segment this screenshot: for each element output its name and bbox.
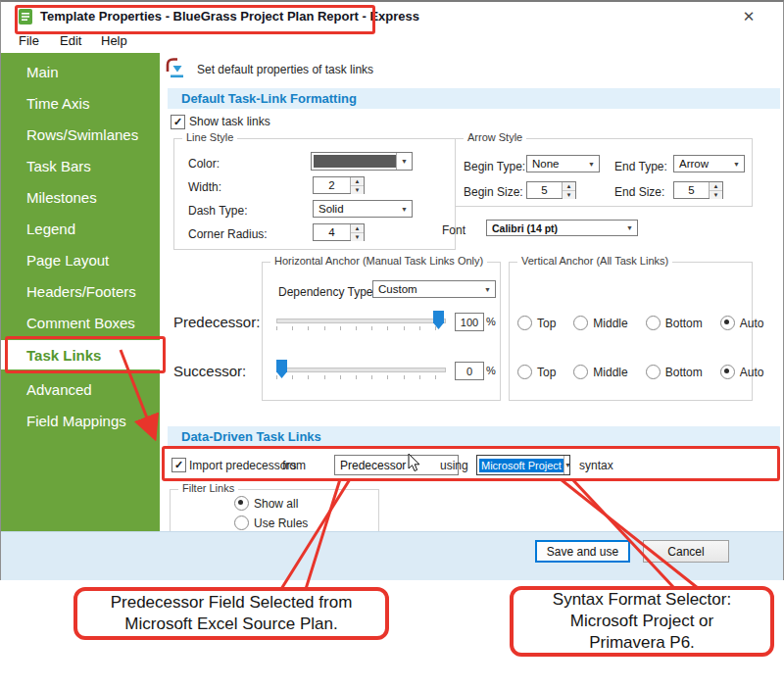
successor-row-label: Successor: (173, 363, 246, 379)
line-color-swatch (314, 155, 396, 168)
sidebar-item-rows-swimlanes[interactable]: Rows/Swimlanes (1, 120, 160, 149)
radio-icon[interactable] (234, 516, 249, 530)
predecessor-slider-track[interactable] (276, 319, 446, 323)
vertical-anchor-row-1: TopMiddleBottomAuto (517, 316, 781, 330)
content-pane: Set default properties of task links Def… (160, 53, 783, 531)
corner-radius-spinner[interactable]: 4 ▲▼ (313, 223, 365, 241)
menu-bar: File Edit Help (1, 30, 783, 53)
radio-option-bottom[interactable]: Bottom (646, 365, 703, 379)
end-type-label: End Type: (614, 160, 667, 173)
sidebar-item-main[interactable]: Main (1, 57, 160, 86)
radio-option-bottom[interactable]: Bottom (646, 316, 703, 330)
line-color-combo[interactable]: ▼ (311, 152, 413, 171)
end-type-combo[interactable]: Arrow ▼ (673, 155, 745, 172)
radio-label: Bottom (665, 317, 703, 330)
filter-links-group: Filter Links Show allUse Rules (170, 489, 379, 535)
successor-value[interactable]: 0 (455, 362, 484, 380)
radio-icon[interactable] (646, 365, 661, 379)
menu-edit[interactable]: Edit (60, 33, 81, 48)
dash-type-combo[interactable]: Solid ▼ (313, 200, 413, 218)
radio-icon[interactable] (646, 316, 661, 330)
chevron-down-icon: ▼ (397, 206, 412, 213)
radio-option-show-all[interactable]: Show all (234, 496, 308, 511)
predecessor-row-label: Predecessor: (173, 314, 260, 330)
dependency-type-combo[interactable]: Custom ▼ (372, 280, 496, 298)
end-size-label: End Size: (614, 185, 664, 199)
end-size-spinner[interactable]: 5 ▲▼ (673, 181, 723, 199)
begin-type-label: Begin Type: (464, 160, 525, 173)
radio-option-use-rules[interactable]: Use Rules (234, 516, 308, 530)
radio-icon[interactable] (573, 316, 588, 330)
sidebar-item-page-layout[interactable]: Page Layout (1, 245, 160, 274)
save-and-use-button[interactable]: Save and use (535, 540, 630, 563)
begin-type-combo[interactable]: None ▼ (526, 155, 600, 172)
sidebar-item-headers-footers[interactable]: Headers/Footers (1, 276, 160, 306)
radio-icon[interactable] (720, 365, 735, 379)
left-callout-line2: Microsoft Excel Source Plan. (124, 614, 337, 635)
radio-label: Middle (593, 366, 627, 379)
import-predecessors-checkbox[interactable]: ✓ (172, 458, 186, 472)
chevron-down-icon[interactable]: ▼ (564, 456, 571, 474)
font-combo[interactable]: Calibri (14 pt) ▼ (486, 220, 638, 236)
sidebar-item-legend[interactable]: Legend (1, 214, 160, 243)
title-bar: Template Properties - BlueGrass Project … (1, 2, 783, 30)
radio-option-top[interactable]: Top (517, 316, 556, 330)
successor-slider-track[interactable] (276, 368, 446, 372)
color-label: Color: (188, 157, 220, 171)
begin-size-spinner[interactable]: 5 ▲▼ (526, 181, 576, 199)
sidebar-item-field-mappings[interactable]: Field Mappings (1, 406, 160, 435)
line-style-group: Line Style Color: ▼ Width: 2 ▲▼ Dash Typ… (173, 138, 456, 250)
radio-label: Show all (254, 497, 298, 511)
radio-option-auto[interactable]: Auto (720, 365, 764, 379)
syntax-format-combo[interactable]: Microsoft Project ▼ (476, 455, 570, 475)
predecessor-unit: % (486, 316, 496, 327)
predecessor-slider-ticks (276, 326, 446, 330)
radio-icon[interactable] (517, 316, 532, 330)
show-task-links-label: Show task links (189, 115, 270, 128)
sidebar-item-time-axis[interactable]: Time Axis (1, 88, 160, 118)
radio-icon[interactable] (720, 316, 735, 330)
radio-option-auto[interactable]: Auto (720, 316, 764, 330)
radio-label: Middle (593, 317, 627, 330)
spinner-arrows-icon[interactable]: ▲▼ (350, 224, 364, 240)
sidebar-item-task-links[interactable]: Task Links (1, 340, 160, 369)
radio-label: Auto (740, 317, 764, 330)
right-callout-line3: Primavera P6. (589, 632, 695, 654)
menu-help[interactable]: Help (101, 33, 127, 48)
intro-text: Set default properties of task links (197, 63, 373, 76)
sidebar-item-comment-boxes[interactable]: Comment Boxes (1, 308, 160, 337)
radio-icon[interactable] (234, 496, 249, 511)
radio-icon[interactable] (517, 365, 532, 379)
menu-file[interactable]: File (19, 33, 39, 48)
predecessor-value[interactable]: 100 (455, 313, 484, 331)
using-label: using (440, 459, 468, 472)
close-icon[interactable]: ✕ (738, 7, 760, 26)
cancel-button[interactable]: Cancel (643, 540, 729, 563)
show-task-links-checkbox[interactable]: ✓ (171, 115, 185, 129)
right-callout-line2: Microsoft Project or (570, 611, 713, 632)
width-label: Width: (188, 180, 221, 194)
filter-options: Show allUse Rules (234, 496, 308, 530)
radio-option-top[interactable]: Top (517, 365, 556, 379)
spinner-arrows-icon[interactable]: ▲▼ (709, 182, 722, 198)
chevron-down-icon: ▼ (729, 161, 744, 168)
radio-label: Top (537, 366, 556, 379)
radio-label: Top (537, 317, 556, 330)
sidebar-item-task-bars[interactable]: Task Bars (1, 151, 160, 180)
corner-radius-label: Corner Radius: (188, 227, 268, 241)
chevron-down-icon: ▼ (622, 224, 637, 231)
sidebar-item-advanced[interactable]: Advanced (1, 374, 160, 404)
begin-size-label: Begin Size: (464, 185, 523, 199)
chevron-down-icon: ▼ (480, 286, 495, 293)
radio-option-middle[interactable]: Middle (573, 316, 627, 330)
screenshot-root: Template Properties - BlueGrass Project … (0, 0, 784, 688)
spinner-arrows-icon[interactable]: ▲▼ (562, 182, 575, 198)
sidebar-item-milestones[interactable]: Milestones (1, 182, 160, 212)
spinner-arrows-icon[interactable]: ▲▼ (350, 177, 364, 193)
radio-icon[interactable] (573, 365, 588, 379)
successor-slider-ticks (276, 375, 446, 379)
width-spinner[interactable]: 2 ▲▼ (313, 176, 365, 194)
radio-option-middle[interactable]: Middle (573, 365, 627, 379)
left-callout: Predecessor Field Selected from Microsof… (74, 587, 389, 640)
radio-label: Bottom (665, 366, 703, 379)
